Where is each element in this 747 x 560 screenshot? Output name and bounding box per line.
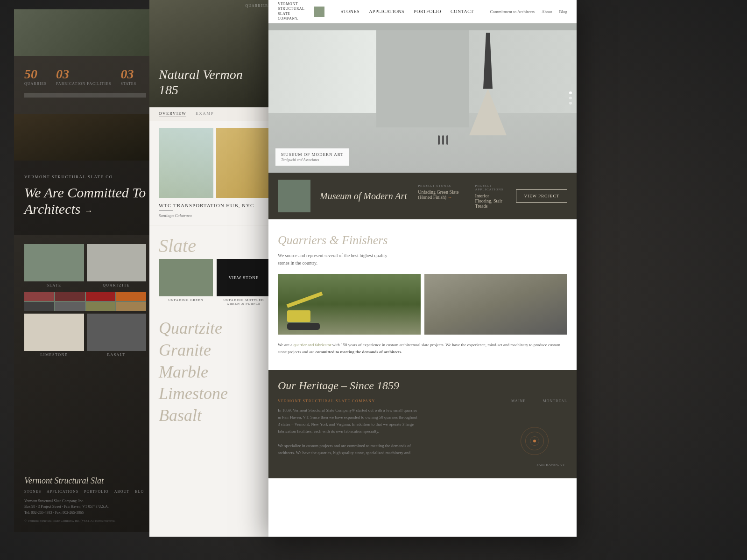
nav-portfolio[interactable]: Portfolio: [414, 9, 441, 14]
facilities-number: 03: [56, 68, 111, 81]
quarriers-section: Quarriers & Finishers We source and repr…: [268, 219, 577, 370]
quarriers-title: Quarriers & Finishers: [278, 233, 567, 247]
dark-stone-item: View Stone Unfading Mottled Green & Purp…: [217, 259, 271, 306]
nav-examples[interactable]: Examp: [196, 111, 214, 117]
sec-nav-blog[interactable]: Blog: [559, 9, 567, 14]
footer-nav-portfolio[interactable]: Portfolio: [84, 490, 109, 494]
footer-nav-blog[interactable]: Blo: [135, 490, 144, 494]
footer-nav-stones[interactable]: Stones: [24, 490, 41, 494]
nav-contact[interactable]: Contact: [451, 9, 474, 14]
heritage-section: Our Heritage – Since 1859 Vermont Struct…: [268, 370, 577, 478]
limestone-sample: [24, 314, 84, 351]
nav-applications[interactable]: Applications: [369, 9, 404, 14]
commitment-section: Vermont Structural Slate Co. We Are Comm…: [14, 161, 156, 235]
heritage-text-col: Vermont Structural Slate Company In 1859…: [278, 399, 418, 469]
stone-grid: Slate Quartzite: [24, 244, 146, 287]
nav-stones[interactable]: Stones: [341, 9, 360, 14]
applications-detail: Project Applications Interior Flooring, …: [475, 184, 507, 209]
slate-item: Slate: [24, 244, 84, 287]
footer-title: Vermont Structural Slat: [24, 476, 146, 486]
sec-nav-commitment[interactable]: Commitment to Architects: [490, 9, 535, 14]
stat-facilities: 03 Fabrication Facilities: [56, 68, 111, 86]
heritage-title: Our Heritage – Since 1859: [278, 379, 567, 392]
basalt-label: Basalt: [87, 353, 147, 357]
portfolio-card-author: Santiago Calatrava: [159, 213, 271, 218]
view-project-button[interactable]: View Project: [516, 189, 567, 203]
stone-limestone[interactable]: Limestone: [159, 383, 271, 405]
chip-7: [86, 302, 116, 311]
view-stone-overlay[interactable]: View Stone: [217, 259, 271, 296]
excavator-bg: [278, 274, 421, 335]
dot-3[interactable]: [569, 102, 572, 105]
chip-2: [55, 292, 85, 301]
quartzite-label: Quartzite: [87, 283, 147, 287]
applications-detail-value: Interior Flooring, Stair Treads: [475, 193, 507, 209]
stat-quarries: 50 Quarries: [24, 68, 47, 86]
footer-nav-about[interactable]: About: [114, 490, 130, 494]
sculpture-bottom: [469, 89, 507, 135]
dot-2[interactable]: [569, 97, 572, 99]
company-label: Vermont Structural Slate Co.: [24, 175, 146, 179]
chip-6: [55, 302, 85, 311]
location-montreal: Montreal: [543, 399, 567, 403]
location-maine: Maine: [511, 399, 526, 403]
chip-8: [116, 302, 146, 311]
slate-heading: Slate: [149, 225, 280, 259]
green-stone-box: [159, 259, 213, 296]
stone-basalt[interactable]: Basalt: [159, 405, 271, 427]
portfolio-card: WTC Transportation Hub, NYC Santiago Cal…: [149, 121, 280, 225]
excavator-sim: [287, 304, 324, 330]
chip-4: [116, 292, 146, 301]
stats-section: 50 Quarries 03 Fabrication Facilities 03…: [14, 58, 156, 114]
site-header: VERMONTSTRUCTURALSLATE COMPANY. Stones A…: [268, 0, 577, 23]
states-label: States: [120, 82, 136, 86]
exc-cab: [287, 310, 310, 322]
portfolio-card-divider: [159, 210, 173, 211]
basalt-item: Basalt: [87, 314, 147, 357]
slate-label: Slate: [24, 283, 84, 287]
applications-detail-label: Project Applications: [475, 184, 507, 191]
person-3: [446, 135, 448, 145]
stones-detail: Project Stones Unfading Green Slate (Hon…: [418, 184, 461, 209]
nav-overview[interactable]: Overview: [159, 111, 186, 117]
dark-stone-box: View Stone: [217, 259, 271, 296]
excavator-image: [278, 274, 421, 335]
stone-quartzite[interactable]: Quartzite: [159, 317, 271, 339]
pagination-dots: [569, 91, 572, 105]
quarriers-images: [278, 274, 567, 335]
panel-main-website: VERMONTSTRUCTURALSLATE COMPANY. Stones A…: [268, 0, 577, 537]
location-fairhaven: Fair Haven, VT: [537, 463, 565, 467]
footer-nav-applications[interactable]: Applications: [47, 490, 78, 494]
stone-granite[interactable]: Granite: [159, 339, 271, 361]
museum-label-sub: Taniguchi and Associates: [281, 158, 344, 162]
stats-row: 50 Quarries 03 Fabrication Facilities 03…: [24, 68, 146, 86]
museum-label-title: Museum of Modern Art: [281, 152, 344, 157]
quartzite-sample: [87, 244, 147, 281]
stone-marble[interactable]: Marble: [159, 361, 271, 383]
worker-image: [424, 274, 567, 335]
logo-area: VERMONTSTRUCTURALSLATE COMPANY.: [278, 2, 324, 21]
museum-sculpture: [469, 33, 507, 135]
heritage-body: In 1859, Vermont Structural Slate Compan…: [278, 407, 418, 457]
panel-footer: Vermont Structural Slat Stones Applicati…: [24, 476, 146, 523]
museum-middle-section: [376, 30, 469, 127]
museum-people: [438, 135, 448, 145]
portfolio-card-title: WTC Transportation Hub, NYC: [159, 203, 271, 208]
dark-stone-label: Unfading Mottled Green & Purple: [217, 298, 271, 306]
sec-nav-about[interactable]: About: [542, 9, 552, 14]
glass-overlay: [159, 128, 213, 198]
dot-1[interactable]: [569, 91, 572, 94]
portfolio-images: [159, 128, 271, 198]
worker-photo: [14, 114, 156, 161]
hero-overlay-text: Natural Vermon185: [159, 67, 243, 98]
quarries-label: Quarries: [24, 82, 47, 86]
portfolio-img-1: [159, 128, 213, 198]
facilities-label: Fabrication Facilities: [56, 82, 111, 86]
quartzite-item: Quartzite: [87, 244, 147, 287]
logo-square: [314, 7, 324, 17]
stone-grid-2: Limestone Basalt: [24, 314, 146, 357]
heritage-grid: Vermont Structural Slate Company In 1859…: [278, 399, 567, 469]
quarrier-link[interactable]: quarrier and fabricator: [294, 343, 331, 347]
stone-samples-section: Slate Quartzite Limestone: [14, 235, 156, 371]
person-1: [438, 135, 440, 145]
